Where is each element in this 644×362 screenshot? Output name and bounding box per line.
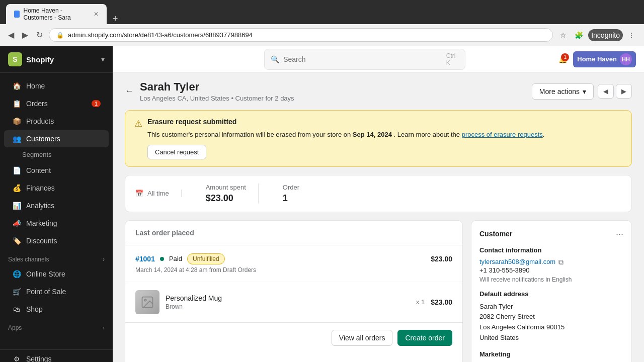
menu-icon[interactable]: ⋮	[625, 29, 638, 41]
svg-point-1	[144, 299, 146, 301]
sidebar: S Shopify ▾ 🏠 Home 📋 Orders 1 📦 Products…	[0, 46, 113, 362]
sidebar-header: S Shopify ▾	[0, 46, 113, 73]
content-icon: 📄	[12, 166, 21, 175]
calendar-icon: 📅	[135, 190, 143, 197]
copy-email-button[interactable]: ⧉	[558, 258, 564, 266]
more-options-button[interactable]: ···	[616, 229, 623, 239]
shop-icon: 🛍	[12, 305, 21, 314]
tab-close-button[interactable]: ✕	[94, 11, 99, 18]
star-icon[interactable]: ☆	[557, 29, 570, 41]
nav-arrows: ◀ ▶	[598, 84, 632, 99]
paid-dot	[160, 257, 164, 261]
search-bar[interactable]: 🔍 Ctrl K	[264, 49, 465, 70]
sidebar-item-label: Settings	[26, 355, 52, 362]
sales-channels-expand[interactable]: ›	[103, 256, 105, 263]
apps-expand[interactable]: ›	[103, 324, 105, 331]
product-price: $23.00	[431, 298, 452, 306]
alert-text-before: This customer's personal information wil…	[147, 131, 351, 138]
product-row: Personalized Mug Brown x 1 $23.00	[125, 282, 462, 322]
erasure-link[interactable]: process of erasure requests	[462, 131, 543, 138]
order-meta: March 14, 2024 at 4:28 am from Draft Ord…	[135, 266, 452, 274]
header-actions: More actions ▾ ◀ ▶	[532, 83, 632, 100]
sidebar-item-label: Products	[26, 117, 54, 125]
order-link[interactable]: #1001	[135, 255, 155, 263]
finances-icon: 💰	[12, 184, 21, 193]
products-icon: 📦	[12, 117, 21, 126]
tab-title: Home Haven - Customers - Sara	[24, 7, 90, 21]
topbar-right: 🔔 1 Home Haven HH	[558, 51, 636, 67]
contact-language-note: Will receive notifications in English	[479, 276, 623, 283]
active-tab[interactable]: Home Haven - Customers - Sara ✕	[6, 4, 107, 24]
store-avatar[interactable]: Home Haven HH	[573, 51, 636, 67]
sidebar-item-label: Point of Sale	[26, 288, 66, 296]
orders-section-header: Last order placed	[125, 221, 462, 245]
incognito-badge: Incognito	[588, 29, 623, 41]
avatar-initials: HH	[620, 53, 632, 65]
extension-icon[interactable]: 🧩	[572, 29, 586, 41]
sidebar-item-home[interactable]: 🏠 Home	[4, 77, 109, 95]
view-all-orders-button[interactable]: View all orders	[332, 330, 393, 346]
order-count-group: Order 1	[271, 184, 311, 204]
alert-date: Sep 14, 2024	[353, 131, 392, 138]
sidebar-item-customers[interactable]: 👥 Customers	[4, 130, 109, 147]
stats-filter[interactable]: 📅 All time	[135, 190, 182, 197]
create-order-button[interactable]: Create order	[397, 330, 452, 346]
sidebar-item-point-of-sale[interactable]: 🛒 Point of Sale	[4, 283, 109, 300]
store-name: Home Haven	[577, 55, 617, 63]
sidebar-item-products[interactable]: 📦 Products	[4, 113, 109, 130]
address-country: United States	[479, 333, 623, 343]
online-store-icon: 🌐	[12, 269, 21, 279]
sales-channels-section: Sales channels ›	[0, 250, 113, 265]
customer-info-card: Customer ··· Contact information tylersa…	[471, 220, 632, 363]
alert-text-after: . Learn more about the	[394, 131, 460, 138]
right-panel: Customer ··· Contact information tylersa…	[471, 220, 632, 363]
sidebar-item-discounts[interactable]: 🏷️ Discounts	[4, 232, 109, 249]
shopify-bag-icon: S	[8, 52, 22, 66]
sidebar-item-label: Home	[26, 82, 45, 90]
sidebar-item-shop[interactable]: 🛍 Shop	[4, 301, 109, 318]
sidebar-item-online-store[interactable]: 🌐 Online Store	[4, 265, 109, 283]
sidebar-store-dropdown[interactable]: ▾	[101, 55, 105, 63]
sidebar-item-segments[interactable]: Segments	[0, 148, 113, 161]
forward-button[interactable]: ▶	[20, 28, 30, 42]
marketing-icon: 📣	[12, 219, 21, 228]
page-subtitle: Los Angeles CA, United States • Customer…	[140, 95, 294, 102]
orders-footer: View all orders Create order	[125, 322, 462, 353]
search-icon: 🔍	[271, 55, 279, 63]
page-header: ← Sarah Tyler Los Angeles CA, United Sta…	[113, 72, 644, 110]
amount-spent-label: Amount spent	[206, 184, 246, 191]
default-address-title: Default address	[479, 290, 623, 298]
product-variant: Brown	[166, 303, 410, 310]
contact-email[interactable]: tylersarah508@gmail.com	[479, 258, 555, 265]
amount-spent-value: $23.00	[206, 193, 246, 204]
prev-customer-button[interactable]: ◀	[598, 84, 614, 99]
notification-bell[interactable]: 🔔 1	[558, 55, 567, 63]
sidebar-item-label: Discounts	[26, 237, 57, 245]
url-bar[interactable]: 🔒 admin.shopify.com/store/de8143-a6/cust…	[49, 28, 553, 42]
sidebar-item-orders[interactable]: 📋 Orders 1	[4, 95, 109, 112]
next-customer-button[interactable]: ▶	[616, 84, 632, 99]
order-count-value: 1	[283, 193, 299, 204]
page-title-block: Sarah Tyler Los Angeles CA, United State…	[140, 80, 294, 102]
back-button[interactable]: ←	[125, 86, 134, 97]
customers-icon: 👥	[12, 134, 21, 143]
reload-button[interactable]: ↻	[34, 28, 45, 42]
alert-content: Erasure request submitted This customer'…	[147, 118, 544, 159]
order-row: #1001 Paid Unfulfilled $23.00 March 14, …	[125, 245, 462, 282]
sidebar-item-finances[interactable]: 💰 Finances	[4, 179, 109, 197]
sidebar-item-content[interactable]: 📄 Content	[4, 162, 109, 179]
sidebar-item-settings[interactable]: ⚙ Settings	[4, 350, 109, 362]
settings-icon: ⚙	[12, 354, 21, 362]
search-shortcut: Ctrl K	[446, 52, 459, 66]
new-tab-button[interactable]: +	[109, 14, 122, 24]
more-actions-button[interactable]: More actions ▾	[532, 83, 594, 100]
back-button[interactable]: ◀	[6, 28, 16, 42]
sidebar-item-analytics[interactable]: 📊 Analytics	[4, 197, 109, 214]
sidebar-item-marketing[interactable]: 📣 Marketing	[4, 215, 109, 232]
orders-badge: 1	[92, 100, 101, 107]
sidebar-item-label: Shop	[26, 305, 43, 313]
cancel-request-button[interactable]: Cancel request	[147, 145, 206, 159]
apps-label: Apps	[8, 324, 22, 331]
search-input[interactable]	[283, 55, 442, 63]
sidebar-item-label: Online Store	[26, 270, 65, 278]
